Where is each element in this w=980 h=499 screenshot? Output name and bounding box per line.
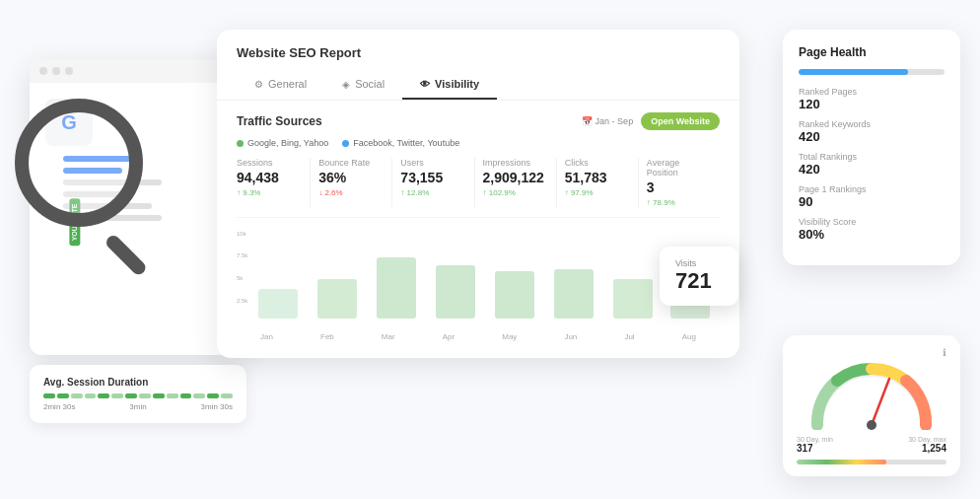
visits-value: 721 <box>675 268 723 294</box>
magnifier-circle <box>15 99 143 227</box>
legend-dot-blue <box>342 140 349 147</box>
metric-value: 94,438 <box>237 170 302 186</box>
chart-month-label: May <box>502 332 517 341</box>
prog-seg-12 <box>193 393 205 398</box>
prog-seg-14 <box>221 393 233 398</box>
svg-text:2.5k: 2.5k <box>237 298 248 304</box>
tab-general[interactable]: ⚙ General <box>237 70 324 100</box>
chart-legend: Google, Bing, Yahoo Facebook, Twitter, Y… <box>237 138 720 148</box>
browser-dot-2 <box>52 67 60 75</box>
tab-social[interactable]: ◈ Social <box>324 70 402 100</box>
legend-organic-label: Google, Bing, Yahoo <box>247 138 328 148</box>
gauge-progress-fill <box>797 460 886 464</box>
open-website-button[interactable]: Open Website <box>641 112 720 130</box>
metric-change: ↑ 97.9% <box>565 188 630 197</box>
metric-value: 2,909,122 <box>483 170 548 186</box>
metrics-row: Sessions 94,438 ↑ 9.3% Bounce Rate 36% ↓… <box>237 158 720 218</box>
gauge-max-label: 30 Day, max <box>908 436 946 443</box>
avg-session-label-3: 3min 30s <box>201 402 233 411</box>
avg-session-label-1: 2min 30s <box>43 402 75 411</box>
svg-rect-9 <box>554 269 594 319</box>
tab-general-label: General <box>268 78 307 90</box>
svg-rect-10 <box>613 279 653 319</box>
traffic-controls: 📅 Jan - Sep Open Website <box>582 112 720 130</box>
chart-month-label: Aug <box>682 332 696 341</box>
gauge-svg-wrapper <box>797 351 946 430</box>
metric-item: Average Position 3 ↑ 78.9% <box>639 158 720 207</box>
avg-session-labels: 2min 30s 3min 3min 30s <box>43 402 233 411</box>
avg-session-card: Avg. Session Duration 2min 30s 3min 3min… <box>30 365 246 423</box>
metric-label: Sessions <box>237 158 302 168</box>
chart-month-label: Jun <box>564 332 577 341</box>
prog-seg-4 <box>85 393 97 398</box>
gauge-max: 30 Day, max 1,254 <box>908 436 946 454</box>
prog-seg-9 <box>153 393 165 398</box>
traffic-header: Traffic Sources 📅 Jan - Sep Open Website <box>237 112 720 130</box>
health-item: Page 1 Rankings 90 <box>799 184 945 209</box>
health-item-label: Ranked Keywords <box>799 119 945 129</box>
avg-session-label-2: 3min <box>129 402 146 411</box>
prog-seg-11 <box>180 393 192 398</box>
legend-item-organic: Google, Bing, Yahoo <box>237 138 328 148</box>
chart-area: 10k 7.5k 5k 2.5k JanFebMarAprMayJunJulAu… <box>237 228 720 346</box>
svg-rect-6 <box>377 257 416 319</box>
svg-rect-4 <box>258 289 298 319</box>
legend-dot-green <box>237 140 244 147</box>
health-items: Ranked Pages 120 Ranked Keywords 420 Tot… <box>799 87 945 242</box>
prog-seg-5 <box>98 393 109 398</box>
info-icon: ℹ <box>943 347 946 358</box>
prog-seg-3 <box>71 393 83 398</box>
date-range-label: Jan - Sep <box>595 116 634 126</box>
metric-change: ↑ 12.8% <box>400 188 465 197</box>
health-item-label: Ranked Pages <box>799 87 945 97</box>
report-tabs: ⚙ General ◈ Social 👁 Visibility <box>237 70 720 100</box>
health-item-label: Total Rankings <box>799 152 945 162</box>
metric-value: 3 <box>647 179 712 196</box>
svg-rect-7 <box>436 265 475 319</box>
metric-item: Clicks 51,783 ↑ 97.9% <box>557 158 639 207</box>
metric-value: 51,783 <box>565 170 630 186</box>
svg-text:7.5k: 7.5k <box>237 252 248 258</box>
prog-seg-2 <box>57 393 69 398</box>
metric-label: Impressions <box>483 158 548 168</box>
tab-social-label: Social <box>355 78 385 90</box>
traffic-section: Traffic Sources 📅 Jan - Sep Open Website… <box>217 101 739 358</box>
metric-change: ↑ 78.9% <box>647 198 712 207</box>
gauge-min-value: 317 <box>797 443 833 454</box>
metric-change: ↑ 102.9% <box>483 188 548 197</box>
tab-visibility-label: Visibility <box>435 78 479 90</box>
avg-session-title: Avg. Session Duration <box>43 377 233 388</box>
calendar-icon: 📅 <box>582 116 593 126</box>
health-item-value: 420 <box>799 129 945 144</box>
magnifier <box>15 99 173 256</box>
metric-label: Bounce Rate <box>318 158 384 168</box>
health-item-value: 420 <box>799 162 945 177</box>
health-item: Ranked Keywords 420 <box>799 119 945 144</box>
health-item-value: 120 <box>799 97 945 111</box>
health-item: Visibility Score 80% <box>799 217 945 242</box>
metric-item: Impressions 2,909,122 ↑ 102.9% <box>475 158 557 207</box>
metric-change: ↓ 2.6% <box>318 188 384 197</box>
browser-toolbar <box>30 59 246 83</box>
visits-popup: Visits 721 <box>660 247 738 306</box>
gauge-min: 30 Day, min 317 <box>797 436 833 454</box>
gauge-bottom: 30 Day, min 317 30 Day, max 1,254 <box>797 436 946 454</box>
chart-month-label: Feb <box>320 332 334 341</box>
page-health-panel: Page Health Ranked Pages 120 Ranked Keyw… <box>783 30 960 265</box>
health-item-value: 80% <box>799 227 945 242</box>
browser-dot-3 <box>65 67 73 75</box>
prog-seg-6 <box>111 393 123 398</box>
legend-social-label: Facebook, Twitter, Youtube <box>353 138 459 148</box>
tab-visibility[interactable]: 👁 Visibility <box>402 70 497 100</box>
health-bar-fill <box>799 69 908 75</box>
metric-value: 36% <box>318 170 384 186</box>
health-item-label: Page 1 Rankings <box>799 184 945 194</box>
gauge-progress-bar <box>797 460 946 464</box>
metric-label: Users <box>400 158 465 168</box>
prog-seg-10 <box>167 393 178 398</box>
chart-month-label: Apr <box>443 332 455 341</box>
date-range: 📅 Jan - Sep <box>582 116 634 126</box>
svg-text:5k: 5k <box>237 275 244 281</box>
prog-seg-1 <box>43 393 55 398</box>
prog-seg-13 <box>207 393 219 398</box>
